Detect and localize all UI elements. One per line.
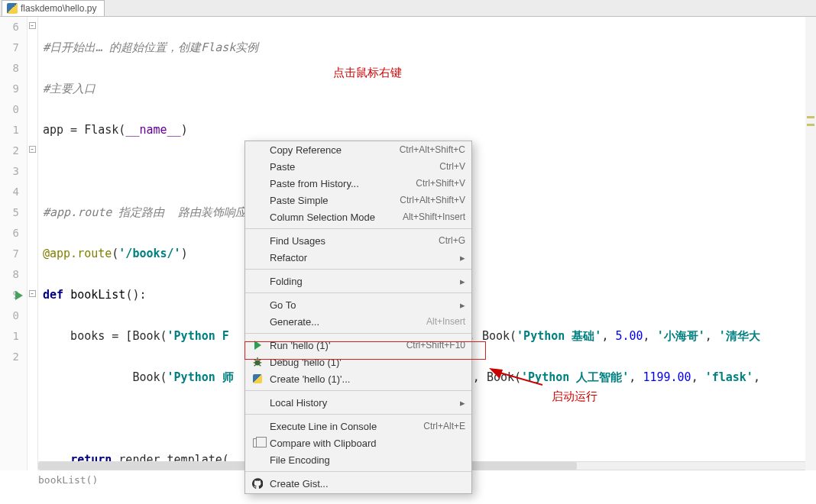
menu-label: Refactor xyxy=(270,252,460,263)
play-icon xyxy=(251,339,264,351)
code-string: 'Python F xyxy=(167,329,229,343)
menu-file-encoding[interactable]: File Encoding xyxy=(245,451,471,468)
menu-separator xyxy=(245,333,471,334)
submenu-arrow-icon: ▸ xyxy=(460,276,465,287)
code-text: ( xyxy=(112,247,118,260)
marker-warning-icon[interactable] xyxy=(807,124,814,126)
fold-gutter xyxy=(28,17,38,470)
menu-shortcut: Ctrl+Alt+E xyxy=(423,421,465,431)
code-string: '清华大 xyxy=(719,329,760,343)
line-number: 4 xyxy=(0,182,27,202)
code-number: 5.00 xyxy=(615,329,643,343)
code-text: Book( xyxy=(43,370,167,384)
menu-separator xyxy=(245,269,471,270)
code-text: books = [Book( xyxy=(43,329,167,343)
menu-shortcut: Ctrl+Alt+Shift+V xyxy=(400,195,465,205)
line-number: 7 xyxy=(0,37,27,58)
menu-separator xyxy=(245,390,471,391)
marker-warning-icon[interactable] xyxy=(807,116,814,118)
line-number: 0 xyxy=(0,305,27,326)
marker-strip[interactable] xyxy=(805,17,816,470)
run-gutter-icon[interactable] xyxy=(15,291,23,300)
menu-shortcut: Alt+Shift+Insert xyxy=(403,212,465,222)
menu-paste[interactable]: Paste Ctrl+V xyxy=(245,158,471,175)
line-number: 3 xyxy=(0,161,27,182)
menu-create-run-config[interactable]: Create 'hello (1)'... xyxy=(245,370,471,387)
menu-paste-from-history[interactable]: Paste from History... Ctrl+Shift+V xyxy=(245,175,471,192)
svg-line-6 xyxy=(254,360,256,361)
menu-column-selection-mode[interactable]: Column Selection Mode Alt+Shift+Insert xyxy=(245,208,471,225)
menu-label: Go To xyxy=(270,299,460,311)
code-text: ) xyxy=(181,123,188,137)
menu-copy-reference[interactable]: Copy Reference Ctrl+Alt+Shift+C xyxy=(245,141,471,158)
menu-create-gist[interactable]: Create Gist... xyxy=(245,475,471,492)
menu-label: Generate... xyxy=(270,316,426,328)
line-number: 6 xyxy=(0,17,27,37)
code-string: 'Python 基础' xyxy=(516,329,601,343)
tab-bar: flaskdemo\hello.py xyxy=(0,0,816,17)
code-text: ) xyxy=(181,247,188,260)
menu-shortcut: Ctrl+Shift+V xyxy=(416,178,465,189)
line-number: 8 xyxy=(0,58,27,79)
menu-shortcut: Ctrl+V xyxy=(439,161,465,172)
code-text: , xyxy=(691,370,705,384)
menu-go-to[interactable]: Go To ▸ xyxy=(245,296,471,313)
code-function: bookList xyxy=(70,288,125,302)
annotation-arrow-icon xyxy=(489,368,542,388)
code-string: '/books/' xyxy=(118,247,180,260)
annotation-top: 点击鼠标右键 xyxy=(333,66,402,80)
line-number: 1 xyxy=(0,326,27,347)
menu-generate[interactable]: Generate... Alt+Insert xyxy=(245,313,471,330)
menu-refactor[interactable]: Refactor ▸ xyxy=(245,249,471,266)
fold-toggle-icon[interactable] xyxy=(29,290,36,297)
menu-shortcut: Alt+Insert xyxy=(426,316,465,327)
compare-icon xyxy=(251,437,264,449)
menu-find-usages[interactable]: Find Usages Ctrl+G xyxy=(245,232,471,249)
fold-toggle-icon[interactable] xyxy=(29,22,36,29)
file-tab-label: flaskdemo\hello.py xyxy=(21,3,96,14)
menu-label: Execute Line in Console xyxy=(270,421,423,432)
svg-line-7 xyxy=(259,360,261,361)
code-string: 'flask' xyxy=(705,370,753,384)
menu-debug[interactable]: Debug 'hello (1)' xyxy=(245,354,471,370)
menu-separator xyxy=(245,228,471,229)
annotation-bottom: 启动运行 xyxy=(552,389,597,404)
file-tab[interactable]: flaskdemo\hello.py xyxy=(2,0,105,16)
line-number: 7 xyxy=(0,244,27,264)
code-text: , xyxy=(601,329,615,343)
code-string: '小海哥' xyxy=(657,329,705,343)
code-decorator: @app.route xyxy=(43,247,112,260)
code-text: __name__ xyxy=(125,123,180,137)
code-text: , xyxy=(705,329,719,343)
menu-label: Folding xyxy=(270,276,460,287)
menu-run[interactable]: Run 'hello (1)' Ctrl+Shift+F10 xyxy=(245,337,471,354)
menu-label: Paste xyxy=(270,161,439,173)
menu-shortcut: Ctrl+G xyxy=(439,235,465,246)
svg-line-8 xyxy=(254,365,256,367)
breadcrumb[interactable]: bookList() xyxy=(38,471,98,488)
github-icon xyxy=(251,477,264,489)
code-string: 'Python 师 xyxy=(167,370,234,384)
code-text: , xyxy=(629,370,643,384)
menu-label: File Encoding xyxy=(270,454,465,466)
menu-execute-line-console[interactable]: Execute Line in Console Ctrl+Alt+E xyxy=(245,418,471,435)
menu-paste-simple[interactable]: Paste Simple Ctrl+Alt+Shift+V xyxy=(245,192,471,208)
submenu-arrow-icon: ▸ xyxy=(460,299,465,311)
breadcrumb-item[interactable]: bookList() xyxy=(38,474,98,486)
line-number: 5 xyxy=(0,202,27,223)
code-comment: #主要入口 xyxy=(43,82,96,95)
menu-compare-clipboard[interactable]: Compare with Clipboard xyxy=(245,435,471,451)
menu-label: Paste Simple xyxy=(270,195,400,206)
menu-folding[interactable]: Folding ▸ xyxy=(245,273,471,289)
menu-label: Find Usages xyxy=(270,235,439,247)
python-file-icon xyxy=(7,3,18,14)
line-number: 9 xyxy=(0,79,27,99)
svg-marker-1 xyxy=(489,368,503,379)
fold-toggle-icon[interactable] xyxy=(29,146,36,153)
line-number: 1 xyxy=(0,120,27,141)
menu-local-history[interactable]: Local History ▸ xyxy=(245,394,471,411)
menu-separator xyxy=(245,292,471,293)
code-text: , xyxy=(753,370,767,384)
menu-label: Create Gist... xyxy=(270,478,465,489)
line-number: 8 xyxy=(0,264,27,285)
